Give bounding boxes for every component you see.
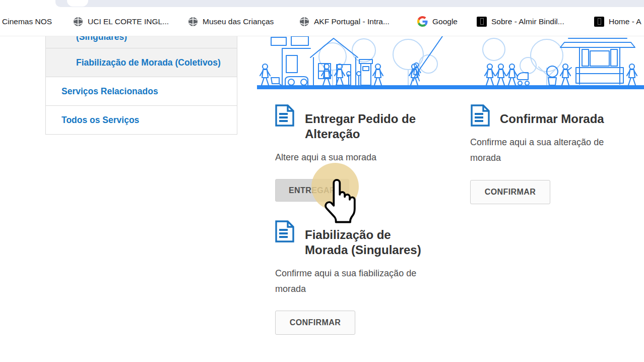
card-desc-entregar: Altere aqui a sua morada bbox=[275, 150, 426, 165]
bookmark-label: Cinemas NOS bbox=[2, 17, 52, 26]
globe-icon bbox=[73, 17, 83, 27]
bookmark-uci[interactable]: UCI EL CORTE INGL... bbox=[73, 7, 169, 36]
sidebar-item-fiabilizacao-coletivos[interactable]: Fiabilização de Morada (Coletivos) bbox=[46, 48, 237, 77]
bookmark-sobre-almir[interactable]: Sobre - Almir Bindil... bbox=[477, 7, 564, 36]
omnibox-bottom-notch bbox=[67, 0, 88, 7]
document-icon bbox=[275, 220, 295, 243]
bookmark-label: Home - A bbox=[609, 17, 641, 26]
bookmark-label: Google bbox=[432, 17, 458, 26]
bookmark-museu[interactable]: Museu das Crianças bbox=[188, 7, 274, 36]
banner-baseline bbox=[257, 85, 644, 89]
hand-cursor-icon bbox=[320, 177, 356, 225]
bookmark-label: UCI EL CORTE INGL... bbox=[88, 17, 169, 26]
banner-illustration bbox=[257, 36, 644, 90]
bookmark-cinemas-nos[interactable]: Cinemas NOS bbox=[2, 7, 52, 36]
bookmark-label: AKF Portugal - Intra... bbox=[314, 17, 390, 26]
card-desc-fiabilizacao-singulares: Confirme aqui a sua fiabilização de mora… bbox=[275, 266, 436, 297]
card-title-fiabilizacao-singulares: Fiabilização de Morada (Singulares) bbox=[305, 227, 436, 258]
bookmark-google[interactable]: Google bbox=[417, 7, 458, 36]
document-icon bbox=[470, 104, 490, 127]
confirmar-morada-button[interactable]: CONFIRMAR bbox=[470, 180, 550, 204]
sidebar-item-label: Fiabilização de Morada (Coletivos) bbox=[76, 57, 221, 68]
bookmark-akf[interactable]: AKF Portugal - Intra... bbox=[299, 7, 390, 36]
card-title-entregar: Entregar Pedido de Alteração bbox=[305, 111, 431, 142]
globe-icon bbox=[299, 17, 309, 27]
sidebar-item-fiabilizacao-singulares[interactable]: (Singulares) bbox=[46, 36, 237, 48]
document-icon bbox=[275, 104, 295, 127]
card-desc-confirmar-morada: Confirme aqui a sua alteração de morada bbox=[470, 135, 636, 166]
bookmark-label: Museu das Crianças bbox=[203, 17, 274, 26]
sidebar-item-label: Todos os Serviços bbox=[61, 115, 139, 125]
bookmarks-bar: Cinemas NOS UCI EL CORTE INGL... Museu d… bbox=[0, 7, 644, 36]
bookmark-label: Sobre - Almir Bindil... bbox=[491, 17, 564, 26]
globe-icon bbox=[188, 17, 198, 27]
bookmark-home[interactable]: Home - A bbox=[594, 7, 641, 36]
services-sidebar: (Singulares) Fiabilização de Morada (Col… bbox=[45, 36, 237, 135]
dark-site-favicon bbox=[594, 17, 604, 27]
sidebar-item-servicos-relacionados[interactable]: Serviços Relacionados bbox=[46, 77, 237, 106]
sidebar-item-label: Serviços Relacionados bbox=[61, 86, 158, 96]
sidebar-item-label: (Singulares) bbox=[46, 36, 237, 44]
browser-toolbar-strip bbox=[55, 0, 644, 7]
google-g-icon bbox=[417, 16, 428, 27]
card-title-confirmar-morada: Confirmar Morada bbox=[500, 111, 644, 127]
confirmar-fiabilizacao-button[interactable]: CONFIRMAR bbox=[275, 311, 355, 335]
dark-site-favicon bbox=[477, 17, 487, 27]
sidebar-item-todos-os-servicos[interactable]: Todos os Serviços bbox=[46, 106, 237, 134]
